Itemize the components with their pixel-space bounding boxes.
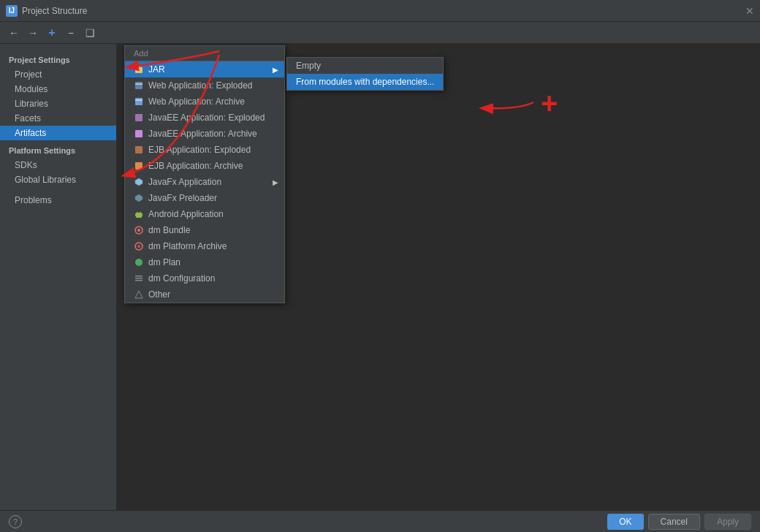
menu-item-web-archive[interactable]: Web Application: Archive bbox=[125, 94, 284, 110]
close-button[interactable]: ✕ bbox=[745, 5, 754, 17]
svg-marker-11 bbox=[135, 194, 142, 202]
web-exploded-label: Web Application: Exploded bbox=[148, 80, 253, 91]
web-archive-label: Web Application: Archive bbox=[148, 96, 245, 107]
apply-button[interactable]: Apply bbox=[704, 514, 751, 530]
help-button[interactable]: ? bbox=[9, 515, 22, 528]
dm-platform-label: dm Platform Archive bbox=[148, 241, 227, 251]
ok-button[interactable]: OK bbox=[607, 514, 643, 530]
ejb-exploded-icon bbox=[134, 145, 144, 155]
title-bar-text: Project Structure bbox=[22, 6, 87, 16]
menu-item-javafx[interactable]: JavaFx Application ▶ bbox=[125, 174, 284, 190]
javaee-exploded-icon bbox=[134, 113, 144, 123]
svg-point-13 bbox=[137, 212, 138, 213]
svg-text:+: + bbox=[541, 87, 558, 119]
add-context-menu: Add JAR ▶ Web Application: Exploded bbox=[124, 45, 285, 303]
sidebar-item-project[interactable]: Project bbox=[0, 67, 116, 82]
javafx-label: JavaFx Application bbox=[148, 177, 221, 187]
menu-item-ejb-archive[interactable]: EJB Application: Archive bbox=[125, 158, 284, 174]
copy-button[interactable]: ❑ bbox=[82, 25, 98, 41]
jar-label: JAR bbox=[148, 64, 165, 75]
sidebar: Project Settings Project Modules Librari… bbox=[0, 44, 117, 510]
menu-item-javaee-archive[interactable]: JavaEE Application: Archive bbox=[125, 126, 284, 142]
javafx-preloader-icon bbox=[134, 193, 144, 203]
svg-rect-22 bbox=[135, 276, 142, 277]
menu-item-other[interactable]: Other bbox=[125, 286, 284, 303]
dm-plan-label: dm Plan bbox=[148, 257, 180, 267]
menu-item-dm-plan[interactable]: dm Plan bbox=[125, 254, 284, 270]
jar-submenu-from-modules[interactable]: From modules with dependencies... bbox=[287, 74, 443, 90]
svg-rect-9 bbox=[135, 162, 142, 170]
javaee-archive-icon bbox=[134, 129, 144, 139]
sidebar-item-modules[interactable]: Modules bbox=[0, 82, 116, 96]
javaee-archive-label: JavaEE Application: Archive bbox=[148, 129, 257, 139]
svg-rect-8 bbox=[135, 146, 142, 153]
svg-rect-4 bbox=[135, 98, 142, 105]
javafx-icon bbox=[134, 177, 144, 187]
dm-plan-icon bbox=[134, 257, 144, 267]
dm-configuration-icon bbox=[134, 273, 144, 284]
android-icon bbox=[134, 209, 144, 219]
platform-settings-title: Platform Settings bbox=[0, 143, 116, 158]
bottom-bar-right: OK Cancel Apply bbox=[607, 514, 751, 530]
svg-rect-1 bbox=[137, 66, 141, 68]
javafx-submenu-arrow: ▶ bbox=[273, 178, 278, 186]
other-icon bbox=[134, 289, 144, 300]
other-label: Other bbox=[148, 289, 170, 300]
ejb-exploded-label: EJB Application: Exploded bbox=[148, 145, 251, 155]
menu-item-dm-configuration[interactable]: dm Configuration bbox=[125, 270, 284, 286]
project-settings-title: Project Settings bbox=[0, 53, 116, 67]
sidebar-item-libraries[interactable]: Libraries bbox=[0, 96, 116, 111]
svg-rect-23 bbox=[135, 278, 142, 279]
svg-rect-2 bbox=[135, 82, 142, 89]
sidebar-item-sdks[interactable]: SDKs bbox=[0, 158, 116, 172]
menu-item-android[interactable]: Android Application bbox=[125, 206, 284, 222]
dm-bundle-label: dm Bundle bbox=[148, 225, 190, 235]
menu-item-ejb-exploded[interactable]: EJB Application: Exploded bbox=[125, 142, 284, 158]
menu-item-dm-platform[interactable]: dm Platform Archive bbox=[125, 238, 284, 254]
remove-button[interactable]: − bbox=[63, 25, 79, 41]
app-icon: IJ bbox=[6, 5, 18, 17]
toolbar: ← → + − ❑ bbox=[0, 22, 760, 44]
dm-bundle-icon bbox=[134, 225, 144, 235]
sidebar-item-global-libraries[interactable]: Global Libraries bbox=[0, 172, 116, 187]
cancel-button[interactable]: Cancel bbox=[648, 514, 700, 530]
svg-rect-7 bbox=[135, 130, 142, 137]
menu-item-web-exploded[interactable]: Web Application: Exploded bbox=[125, 77, 284, 94]
content-area: Add JAR ▶ Web Application: Exploded bbox=[117, 44, 760, 510]
sidebar-item-problems[interactable]: Problems bbox=[0, 193, 116, 208]
svg-rect-6 bbox=[135, 114, 142, 121]
javaee-exploded-label: JavaEE Application: Exploded bbox=[148, 113, 265, 123]
menu-item-javafx-preloader[interactable]: JavaFx Preloader bbox=[125, 190, 284, 206]
bottom-bar-left: ? bbox=[9, 515, 22, 528]
svg-marker-10 bbox=[135, 178, 142, 186]
jar-submenu-arrow: ▶ bbox=[273, 66, 278, 74]
ejb-archive-icon bbox=[134, 161, 144, 171]
dm-configuration-label: dm Configuration bbox=[148, 273, 215, 284]
dm-platform-icon bbox=[134, 241, 144, 251]
menu-item-jar[interactable]: JAR ▶ bbox=[125, 61, 284, 77]
main-layout: Project Settings Project Modules Librari… bbox=[0, 44, 760, 510]
back-button[interactable]: ← bbox=[6, 25, 22, 41]
sidebar-item-artifacts[interactable]: Artifacts bbox=[0, 126, 116, 140]
svg-point-18 bbox=[137, 229, 140, 232]
bottom-bar: ? OK Cancel Apply bbox=[0, 510, 760, 532]
menu-item-javaee-exploded[interactable]: JavaEE Application: Exploded bbox=[125, 110, 284, 126]
svg-point-21 bbox=[135, 259, 142, 266]
svg-rect-15 bbox=[135, 213, 137, 216]
menu-item-dm-bundle[interactable]: dm Bundle bbox=[125, 222, 284, 238]
javafx-preloader-label: JavaFx Preloader bbox=[148, 193, 217, 203]
add-button[interactable]: + bbox=[44, 25, 60, 41]
android-label: Android Application bbox=[148, 209, 224, 219]
svg-point-20 bbox=[137, 245, 140, 248]
sidebar-item-facets[interactable]: Facets bbox=[0, 111, 116, 126]
svg-rect-16 bbox=[141, 213, 142, 216]
add-menu-header: Add bbox=[125, 46, 284, 61]
jar-submenu-empty[interactable]: Empty bbox=[287, 58, 443, 74]
forward-button[interactable]: → bbox=[25, 25, 41, 41]
svg-point-14 bbox=[140, 212, 141, 213]
jar-icon bbox=[134, 64, 144, 75]
jar-submenu: Empty From modules with dependencies... bbox=[286, 57, 444, 91]
svg-marker-25 bbox=[135, 291, 142, 298]
title-bar: IJ Project Structure ✕ bbox=[0, 0, 760, 22]
svg-rect-24 bbox=[135, 280, 142, 281]
